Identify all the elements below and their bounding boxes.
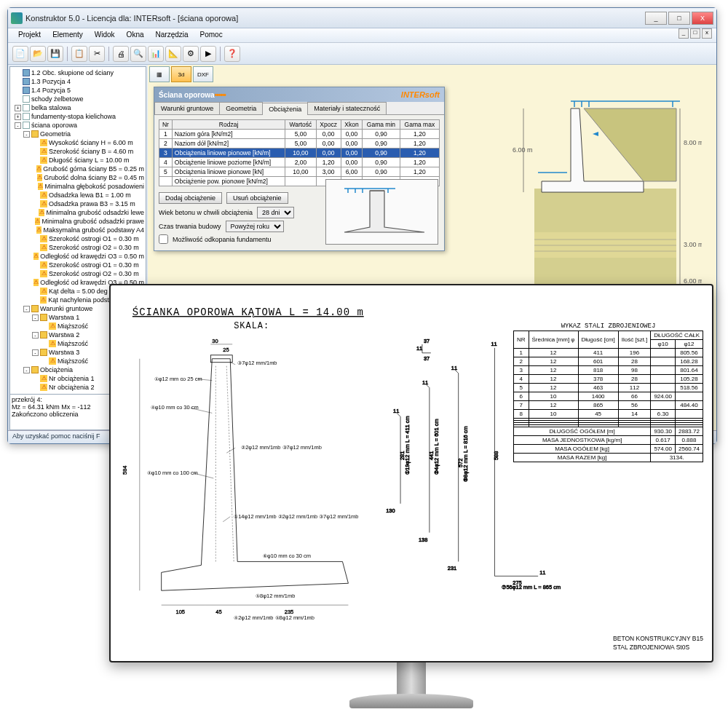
dialog-preview [325, 179, 438, 245]
tree-item[interactable]: -ściana oporowa [12, 121, 144, 130]
tb-measure-icon[interactable]: 📐 [165, 46, 181, 62]
minimize-button[interactable]: _ [645, 12, 667, 25]
view-grid-button[interactable]: ▦ [149, 66, 170, 82]
svg-text:SKALA:: SKALA: [234, 321, 269, 331]
svg-text:⑤8φ12 mm L = 816 cm: ⑤8φ12 mm L = 816 cm [462, 426, 469, 482]
tree-item[interactable]: -Geometria [12, 130, 144, 138]
tree-item[interactable]: +belka stalowa [12, 103, 144, 112]
tree-item[interactable]: ⚠Szerokość ostrogi O1 = 0.30 m [12, 234, 144, 243]
tree-item[interactable]: ⚠Szerokość ostrogi O2 = 0.30 m [12, 269, 144, 278]
svg-text:138: 138 [419, 537, 427, 543]
svg-text:25: 25 [223, 347, 229, 353]
load-table[interactable]: NrRodzajWartośćXpoczXkonGama minGama max… [159, 119, 440, 186]
tree-item[interactable]: ⚠Odsadzka lewa B1 = 1.00 m [12, 191, 144, 199]
tb-chart-icon[interactable]: 📊 [148, 46, 164, 62]
add-load-button[interactable]: Dodaj obciążenie [159, 192, 222, 204]
close-button[interactable]: X [692, 12, 713, 25]
tb-new-icon[interactable]: 📄 [12, 46, 28, 62]
tb-open-icon[interactable]: 📂 [30, 46, 46, 62]
tree-item[interactable]: ⚠Odsadzka prawa B3 = 3.15 m [12, 199, 144, 208]
tree-item[interactable]: +fundamenty-stopa kielichowa [12, 112, 144, 121]
build-duration-label: Czas trwania budowy [159, 223, 221, 230]
tree-item[interactable]: ⚠Minimalna grubość odsadzki prawe [12, 217, 144, 226]
svg-text:37: 37 [424, 338, 430, 344]
tree-item[interactable]: ⚠Długość ściany L = 10.00 m [12, 156, 144, 165]
mdi-maximize[interactable]: □ [690, 28, 700, 39]
svg-text:⑤8φ12 mm/1mb: ⑤8φ12 mm/1mb [256, 593, 295, 599]
tree-item[interactable]: 1.3 Pozycja 4 [12, 77, 144, 86]
svg-text:11: 11 [422, 379, 428, 386]
svg-line-47 [230, 363, 235, 365]
build-duration-select[interactable]: Powyżej roku [226, 221, 284, 232]
tree-item[interactable]: ⚠Maksymalna grubość podstawy A4 [12, 226, 144, 234]
concrete-age-label: Wiek betonu w chwili obciążenia [159, 209, 253, 216]
menu-pomoc[interactable]: Pomoc [194, 28, 229, 42]
svg-text:3.00 m: 3.00 m [684, 241, 702, 248]
view-3d-button[interactable]: 3d [171, 66, 191, 82]
brand-dots-icon: •••••• [215, 91, 226, 99]
svg-line-52 [223, 517, 230, 522]
tab-materialy[interactable]: Materiały i stateczność [307, 102, 387, 114]
tree-item[interactable]: ⚠Szerokość ostrogi O1 = 0.30 m [12, 261, 144, 269]
brand-label: INTERsoft [401, 90, 440, 99]
toolbar: 📄 📂 💾 📋 ✂ 🖨 🔍 📊 📐 ⚙ ▶ ❓ [8, 43, 716, 65]
svg-text:11: 11 [491, 341, 496, 347]
menu-projekt[interactable]: Projekt [12, 28, 47, 42]
tree-item[interactable]: ⚠Wysokość ściany H = 6.00 m [12, 138, 144, 147]
svg-text:130: 130 [386, 507, 395, 514]
svg-text:④φ10 mm co 30 cm: ④φ10 mm co 30 cm [151, 404, 199, 411]
tb-help-icon[interactable]: ❓ [224, 46, 240, 62]
tree-item[interactable]: ⚠Szerokość ostrogi O2 = 0.30 m [12, 243, 144, 252]
svg-text:45: 45 [215, 609, 221, 615]
tab-obciazenia[interactable]: Obciążenia [262, 103, 308, 115]
mdi-close[interactable]: x [702, 28, 712, 39]
tb-run-icon[interactable]: ▶ [200, 46, 216, 62]
svg-text:8.00 m: 8.00 m [684, 139, 702, 146]
tb-cut-icon[interactable]: ✂ [89, 46, 105, 62]
tb-print-icon[interactable]: 🖨 [113, 46, 129, 62]
mdi-minimize[interactable]: _ [678, 28, 689, 39]
svg-text:②4φ12 mm L = 601 cm: ②4φ12 mm L = 601 cm [433, 419, 440, 475]
tree-item[interactable]: 1.2 Obc. skupione od ściany [12, 68, 144, 77]
tab-geometria[interactable]: Geometria [219, 102, 263, 114]
maximize-button[interactable]: □ [668, 12, 690, 25]
monitor-frame: ŚCIANKA OPOROWA KĄTOWA L = 14.00 m SKALA… [109, 284, 713, 662]
remove-load-button[interactable]: Usuń obciążenie [226, 192, 288, 204]
dialog-titlebar[interactable]: Ściana oporowa •••••• INTERsoft [154, 87, 444, 102]
concrete-age-select[interactable]: 28 dni [257, 207, 294, 218]
svg-line-25 [226, 366, 234, 562]
tree-item[interactable]: ⚠Szerokość ściany B = 4.60 m [12, 147, 144, 156]
view-dxf-button[interactable]: DXF [193, 66, 213, 82]
svg-text:584: 584 [122, 466, 128, 475]
tree-item[interactable]: ⚠Minimalna głębokość posadowieni [12, 182, 144, 191]
svg-text:11: 11 [416, 345, 422, 352]
tb-save-icon[interactable]: 💾 [47, 46, 63, 62]
svg-text:①14φ12 mm/1mb ②2φ12 mm/1mb ③7φ: ①14φ12 mm/1mb ②2φ12 mm/1mb ③7φ12 mm/1mb [234, 513, 358, 520]
menu-okna[interactable]: Okna [121, 28, 150, 42]
tab-warunki[interactable]: Warunki gruntowe [154, 102, 220, 114]
svg-text:ŚCIANKA OPOROWA KĄTOWA L = 14.: ŚCIANKA OPOROWA KĄTOWA L = 14.00 m [132, 306, 364, 318]
svg-text:⑦56φ12 mm  L = 865 cm: ⑦56φ12 mm L = 865 cm [502, 584, 561, 590]
status-text: Aby uzyskać pomoc naciśnij F [12, 432, 100, 440]
tb-copy-icon[interactable]: 📋 [71, 46, 87, 62]
tree-item[interactable]: ⚠Grubość górna ściany B5 = 0.25 m [12, 165, 144, 173]
tree-item[interactable]: ⚠Odległość od krawędzi O3 = 0.50 m [12, 252, 144, 261]
menu-narzedzia[interactable]: Narzędzia [150, 28, 194, 42]
svg-text:30: 30 [212, 338, 218, 344]
tree-item[interactable]: schody żelbetowe [12, 95, 144, 103]
menu-elementy[interactable]: Elementy [47, 28, 89, 42]
tree-item[interactable]: ⚠Minimalna grubość odsadzki lewe [12, 208, 144, 217]
svg-rect-6 [534, 189, 676, 232]
tb-zoom-icon[interactable]: 🔍 [130, 46, 146, 62]
tree-item[interactable]: ⚠Grubość dolna ściany B2 = 0.45 m [12, 173, 144, 182]
tree-item[interactable]: 1.4 Pozycja 5 [12, 86, 144, 95]
svg-text:②2φ12 mm/1mb ③7φ12 mm/1mb: ②2φ12 mm/1mb ③7φ12 mm/1mb [241, 444, 322, 451]
excavation-checkbox[interactable] [159, 234, 168, 244]
tb-settings-icon[interactable]: ⚙ [183, 46, 199, 62]
menubar: Projekt Elementy Widok Okna Narzędzia Po… [8, 28, 716, 43]
svg-line-50 [226, 448, 235, 453]
titlebar[interactable]: Konstruktor 5.0 - Licencja dla: INTERsof… [8, 8, 716, 28]
app-icon [11, 12, 23, 24]
menu-widok[interactable]: Widok [89, 28, 121, 42]
svg-text:11: 11 [393, 408, 399, 414]
